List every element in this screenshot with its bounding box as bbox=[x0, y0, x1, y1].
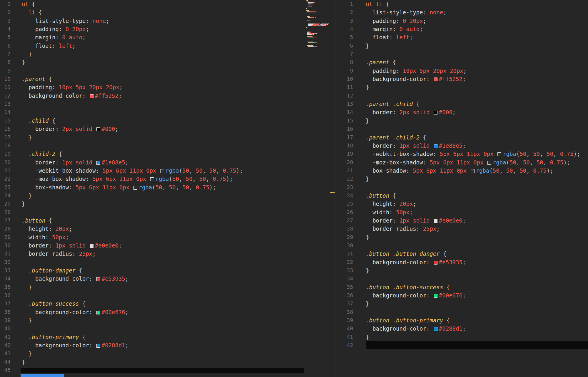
code-line[interactable]: 9 padding: 10px 5px 20px 20px; bbox=[335, 67, 588, 75]
line-number[interactable]: 13 bbox=[0, 100, 11, 108]
line-number[interactable]: 29 bbox=[335, 233, 353, 241]
color-swatch[interactable] bbox=[96, 161, 100, 165]
line-number[interactable]: 24 bbox=[335, 191, 353, 200]
code-line[interactable]: 8.parent { bbox=[335, 58, 588, 66]
code-line[interactable]: 32 bbox=[0, 258, 335, 266]
line-number[interactable]: 23 bbox=[0, 183, 11, 191]
line-number[interactable]: 37 bbox=[0, 299, 11, 308]
code-line[interactable]: 6} bbox=[335, 42, 588, 50]
line-number[interactable]: 24 bbox=[0, 191, 11, 200]
code-line[interactable]: 19 .child-2 { bbox=[0, 150, 335, 158]
code-line[interactable]: 29 width: 50px; bbox=[0, 233, 335, 241]
line-number[interactable]: 31 bbox=[0, 250, 11, 258]
line-number[interactable]: 1 bbox=[335, 0, 353, 8]
code-line[interactable]: 24.button { bbox=[335, 191, 588, 200]
color-swatch[interactable] bbox=[434, 294, 437, 298]
line-number[interactable]: 42 bbox=[335, 341, 353, 349]
code-line[interactable]: 26 width: 50px; bbox=[335, 208, 588, 216]
line-number[interactable]: 16 bbox=[0, 125, 11, 133]
color-swatch[interactable] bbox=[96, 344, 100, 348]
code-line[interactable]: 7 } bbox=[0, 50, 335, 58]
line-number[interactable]: 29 bbox=[0, 233, 11, 241]
code-line[interactable]: 23 bbox=[335, 183, 588, 191]
code-line[interactable]: 2 li { bbox=[0, 8, 335, 16]
line-number[interactable]: 34 bbox=[0, 275, 11, 283]
code-line[interactable]: 6 float: left; bbox=[0, 42, 335, 50]
code-line[interactable]: 31.button .button-danger { bbox=[335, 250, 588, 258]
line-number[interactable]: 13 bbox=[335, 100, 353, 108]
code-line[interactable]: 40 background-color: #0288d1; bbox=[335, 324, 588, 333]
color-swatch[interactable] bbox=[497, 152, 501, 156]
horizontal-scrollbar-right[interactable] bbox=[366, 341, 588, 349]
code-line[interactable]: 40 bbox=[0, 324, 335, 333]
code-line[interactable]: 9 bbox=[0, 67, 335, 75]
line-number[interactable]: 19 bbox=[0, 150, 11, 158]
code-line[interactable]: 32 background-color: #e53935; bbox=[335, 258, 588, 266]
code-line[interactable]: 5 margin: 0 auto; bbox=[0, 33, 335, 41]
code-line[interactable]: 13 bbox=[0, 100, 335, 108]
line-number[interactable]: 32 bbox=[335, 258, 353, 266]
line-number[interactable]: 40 bbox=[335, 324, 353, 333]
code-line[interactable]: 41 .button-primary { bbox=[0, 333, 335, 341]
line-number[interactable]: 4 bbox=[0, 25, 11, 33]
code-line[interactable]: 20 border: 1px solid #1e88e5; bbox=[0, 158, 335, 166]
line-number[interactable]: 7 bbox=[335, 50, 353, 58]
code-line[interactable]: 35.button .button-success { bbox=[335, 283, 588, 291]
line-number[interactable]: 21 bbox=[335, 166, 353, 175]
color-swatch[interactable] bbox=[96, 277, 100, 281]
line-number[interactable]: 38 bbox=[0, 308, 11, 316]
code-line[interactable]: 13.parent .child { bbox=[335, 100, 588, 108]
editor-pane-left[interactable]: 1ul {2 li {3 list-style-type: none;4 pad… bbox=[0, 0, 335, 377]
minimap[interactable] bbox=[306, 0, 331, 52]
line-number[interactable]: 16 bbox=[335, 125, 353, 133]
line-number[interactable]: 11 bbox=[335, 83, 353, 91]
code-line[interactable]: 17 } bbox=[0, 133, 335, 142]
line-number[interactable]: 3 bbox=[0, 17, 11, 25]
line-number[interactable]: 15 bbox=[0, 117, 11, 125]
line-number[interactable]: 33 bbox=[0, 266, 11, 275]
color-swatch[interactable] bbox=[434, 327, 437, 331]
line-number[interactable]: 10 bbox=[0, 75, 11, 83]
line-number[interactable]: 30 bbox=[0, 241, 11, 250]
code-line[interactable]: 7 bbox=[335, 50, 588, 58]
color-swatch[interactable] bbox=[434, 111, 437, 115]
code-line[interactable]: 12 background-color: #ff5252; bbox=[0, 92, 335, 100]
code-line[interactable]: 1ul li { bbox=[335, 0, 588, 8]
code-line[interactable]: 22 -moz-box-shadow: 5px 6px 11px 0px rgb… bbox=[0, 175, 335, 183]
color-swatch[interactable] bbox=[96, 127, 100, 131]
line-number[interactable]: 36 bbox=[0, 291, 11, 299]
line-number[interactable]: 12 bbox=[335, 92, 353, 100]
code-line[interactable]: 14 border: 2px solid #000; bbox=[335, 108, 588, 116]
line-number[interactable]: 22 bbox=[0, 175, 11, 183]
code-line[interactable]: 30 border: 1px solid #e0e0e0; bbox=[0, 241, 335, 250]
line-number[interactable]: 27 bbox=[0, 216, 11, 225]
line-number[interactable]: 25 bbox=[335, 200, 353, 208]
code-line[interactable]: 39 } bbox=[0, 316, 335, 324]
editor-pane-right[interactable]: 1ul li {2 list-style-type: none;3 paddin… bbox=[335, 0, 588, 377]
code-line[interactable]: 2 list-style-type: none; bbox=[335, 8, 588, 16]
code-line[interactable]: 19 -webkit-box-shadow: 5px 6px 11px 0px … bbox=[335, 150, 588, 158]
code-line[interactable]: 17.parent .child-2 { bbox=[335, 133, 588, 142]
line-number[interactable]: 18 bbox=[0, 142, 11, 150]
line-number[interactable]: 37 bbox=[335, 299, 353, 308]
line-number[interactable]: 10 bbox=[335, 75, 353, 83]
code-line[interactable]: 29} bbox=[335, 233, 588, 241]
line-number[interactable]: 39 bbox=[335, 316, 353, 324]
code-line[interactable]: 42 background-color: #0288d1; bbox=[0, 341, 335, 349]
line-number[interactable]: 45 bbox=[0, 366, 11, 374]
code-line[interactable]: 39.button .button-primary { bbox=[335, 316, 588, 324]
code-line[interactable]: 41} bbox=[335, 333, 588, 341]
code-line[interactable]: 11 padding: 10px 5px 20px 20px; bbox=[0, 83, 335, 91]
code-line[interactable]: 33 .button-danger { bbox=[0, 266, 335, 275]
line-number[interactable]: 14 bbox=[335, 108, 353, 116]
line-number[interactable]: 18 bbox=[335, 142, 353, 150]
code-line[interactable]: 25 height: 20px; bbox=[335, 200, 588, 208]
line-number[interactable]: 26 bbox=[335, 208, 353, 216]
line-number[interactable]: 40 bbox=[0, 324, 11, 333]
code-line[interactable]: 38 bbox=[335, 308, 588, 316]
code-line[interactable]: 36 background-color: #00e676; bbox=[335, 291, 588, 299]
line-number[interactable]: 8 bbox=[0, 58, 11, 66]
code-line[interactable]: 3 padding: 0 20px; bbox=[335, 17, 588, 25]
line-number[interactable]: 20 bbox=[0, 158, 11, 166]
line-number[interactable]: 2 bbox=[0, 8, 11, 16]
